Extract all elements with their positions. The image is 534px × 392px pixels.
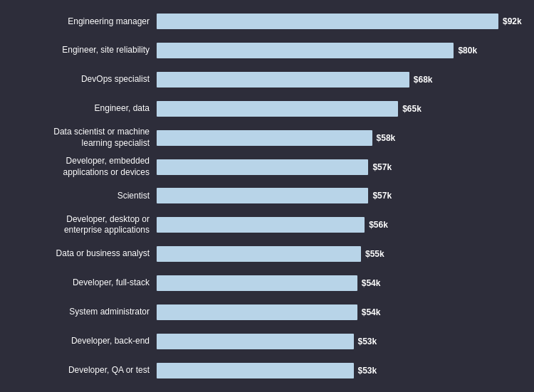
bar-label: System administrator [7,307,157,318]
bar-wrapper: $55k [157,246,527,262]
bar-row: Developer, desktop orenterprise applicat… [7,212,527,238]
bar-value: $65k [402,104,422,114]
bar [157,130,372,146]
bar [157,43,454,58]
bar [157,188,368,203]
bar [157,101,398,117]
bar [157,275,357,291]
bar-row: Data scientist or machinelearning specia… [7,125,527,151]
bar-label: Scientist [7,191,157,202]
bar-wrapper: $56k [157,217,527,233]
bar-value: $56k [369,220,388,230]
bar-wrapper: $68k [157,72,527,88]
bar-label: Developer, full-stack [7,277,157,289]
bar-wrapper: $80k [157,43,527,58]
bar-wrapper: $92k [157,14,527,29]
bar-value: $53k [358,366,377,376]
bar-value: $80k [458,46,477,55]
bar [157,304,357,320]
bar-wrapper: $53k [157,334,527,349]
bar [157,14,498,29]
bar-value: $55k [365,249,384,259]
bar-label: Data scientist or machinelearning specia… [7,127,157,149]
bar-wrapper: $54k [157,275,527,291]
bar-wrapper: $65k [157,101,527,117]
bar-value: $54k [362,278,381,288]
bar-row: Developer, embeddedapplications or devic… [7,154,527,180]
bar-label: Developer, desktop orenterprise applicat… [7,214,157,236]
bar-wrapper: $53k [157,363,527,378]
bar-value: $68k [414,75,433,85]
bar-wrapper: $58k [157,130,527,146]
bar-label: Developer, back-end [7,336,157,347]
bar-label: Data or business analyst [7,248,157,260]
bar [157,217,365,233]
bar-row: Engineer, site reliability$80k [7,38,527,63]
bar-label: Developer, embeddedapplications or devic… [7,156,157,178]
bar-row: DevOps specialist$68k [7,67,527,92]
bar-label: Engineer, data [7,103,157,115]
bar [157,246,361,262]
bar-value: $58k [377,133,396,143]
bar [157,363,354,378]
bar-row: Scientist$57k [7,183,527,208]
bar-value: $57k [372,162,392,172]
bar-row: Developer, full-stack$54k [7,270,527,296]
bar [157,159,368,175]
bar-value: $57k [372,191,392,201]
bar-row: Engineer, data$65k [7,96,527,122]
bar-value: $54k [362,307,381,317]
bar [157,334,354,349]
bar [157,72,409,88]
bar-label: Engineering manager [7,16,157,28]
bar-row: System administrator$54k [7,300,527,325]
chart-container: Engineering manager$92kEngineer, site re… [0,0,534,392]
bar-wrapper: $54k [157,304,527,320]
bar-wrapper: $57k [157,188,527,203]
bar-value: $53k [358,337,377,346]
bar-label: Engineer, site reliability [7,45,157,56]
bar-label: DevOps specialist [7,74,157,85]
bar-row: Engineering manager$92k [7,9,527,34]
bar-row: Data or business analyst$55k [7,241,527,267]
bar-row: Developer, QA or test$53k [7,358,527,383]
bar-wrapper: $57k [157,159,527,175]
bar-value: $92k [503,16,522,26]
bar-label: Developer, QA or test [7,365,157,376]
bar-row: Developer, back-end$53k [7,329,527,354]
